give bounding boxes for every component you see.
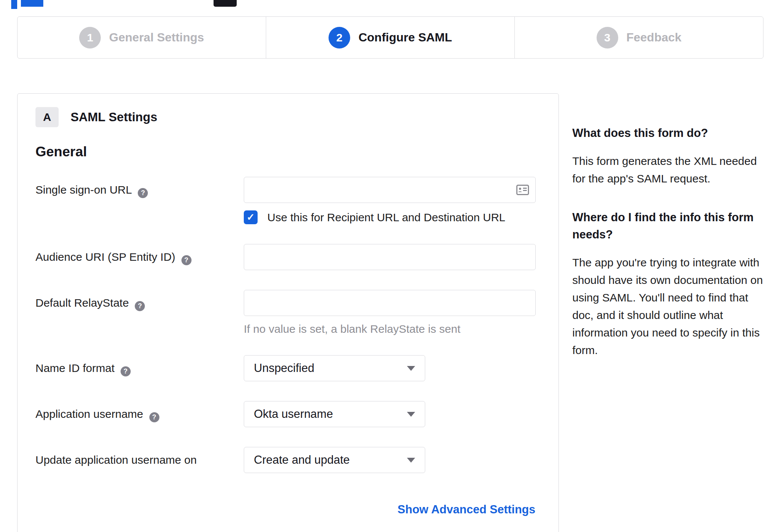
sso-recipient-checkbox-row: ✓ Use this for Recipient URL and Destina… — [244, 210, 536, 224]
update-username-select[interactable]: Create and update — [244, 447, 425, 473]
clipped-page-title-artifact — [21, 0, 43, 7]
relaystate-input[interactable] — [244, 290, 536, 316]
chevron-down-icon — [407, 412, 415, 417]
nameid-format-value: Unspecified — [254, 362, 314, 375]
update-username-label: Update application username on — [35, 447, 244, 473]
clipped-icon-artifact — [214, 0, 237, 7]
app-username-value: Okta username — [254, 407, 333, 421]
clipped-page-title-artifact — [11, 0, 17, 9]
chevron-down-icon — [407, 366, 415, 371]
audience-uri-input[interactable] — [244, 244, 536, 270]
contact-card-icon — [516, 185, 529, 197]
help-icon[interactable]: ? — [138, 188, 148, 198]
sso-recipient-checkbox[interactable]: ✓ — [244, 210, 258, 224]
step-number-badge: 2 — [329, 27, 350, 48]
step-label: Feedback — [626, 31, 682, 44]
sso-url-label: Single sign-on URL? — [35, 177, 244, 224]
help-icon[interactable]: ? — [181, 255, 192, 265]
sso-recipient-checkbox-label[interactable]: Use this for Recipient URL and Destinati… — [267, 211, 505, 224]
field-row-nameid-format: Name ID format? Unspecified — [35, 355, 535, 381]
update-username-value: Create and update — [254, 453, 350, 467]
step-general-settings[interactable]: 1 General Settings — [18, 17, 266, 58]
help-question-2-title: Where do I find the info this form needs… — [572, 209, 763, 243]
help-question-2-body: The app you're trying to integrate with … — [572, 254, 763, 359]
step-number-badge: 1 — [79, 27, 101, 48]
step-label: Configure SAML — [358, 31, 452, 44]
section-a-badge: A — [35, 107, 59, 127]
relaystate-helper-text: If no value is set, a blank RelayState i… — [244, 323, 536, 335]
show-advanced-settings-link[interactable]: Show Advanced Settings — [398, 503, 535, 516]
nameid-format-label: Name ID format? — [35, 355, 244, 381]
help-icon[interactable]: ? — [121, 366, 131, 376]
sso-url-input[interactable] — [244, 177, 536, 203]
app-username-select[interactable]: Okta username — [244, 401, 425, 427]
help-icon[interactable]: ? — [149, 412, 159, 422]
step-configure-saml[interactable]: 2 Configure SAML — [266, 17, 514, 58]
help-question-1-title: What does this form do? — [572, 125, 763, 142]
field-row-audience-uri: Audience URI (SP Entity ID)? — [35, 244, 535, 270]
audience-uri-label: Audience URI (SP Entity ID)? — [35, 244, 244, 270]
step-feedback[interactable]: 3 Feedback — [514, 17, 763, 58]
wizard-stepper: 1 General Settings 2 Configure SAML 3 Fe… — [17, 16, 763, 59]
help-question-1-body: This form generates the XML needed for t… — [572, 152, 763, 187]
saml-settings-panel: A SAML Settings General Single sign-on U… — [17, 93, 559, 532]
relaystate-label: Default RelayState? — [35, 290, 244, 335]
help-sidebar: What does this form do? This form genera… — [572, 93, 763, 381]
step-number-badge: 3 — [597, 27, 618, 48]
section-title: SAML Settings — [71, 110, 157, 124]
field-row-update-username: Update application username on Create an… — [35, 447, 535, 473]
nameid-format-select[interactable]: Unspecified — [244, 355, 425, 381]
group-title-general: General — [35, 144, 535, 160]
field-row-sso-url: Single sign-on URL? — [35, 177, 535, 224]
chevron-down-icon — [407, 458, 415, 463]
field-row-relaystate: Default RelayState? If no value is set, … — [35, 290, 535, 335]
step-label: General Settings — [109, 31, 204, 44]
field-row-app-username: Application username? Okta username — [35, 401, 535, 427]
help-icon[interactable]: ? — [135, 301, 145, 311]
app-username-label: Application username? — [35, 401, 244, 427]
